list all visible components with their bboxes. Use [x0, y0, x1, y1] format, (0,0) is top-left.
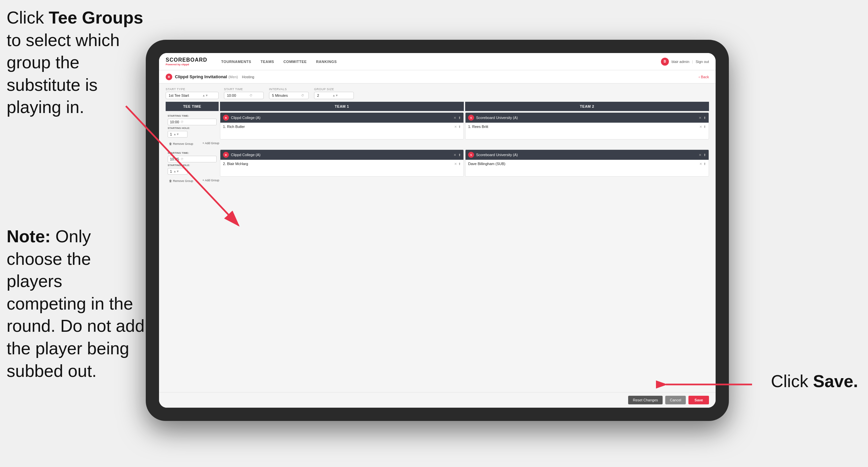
instruction-top: Click Tee Groups to select which group t…	[7, 7, 146, 119]
back-button[interactable]: ‹ Back	[699, 75, 709, 79]
player3-x-icon[interactable]: ✕	[454, 162, 457, 166]
starting-hole-label-1: STARTING HOLE:	[168, 126, 217, 129]
intervals-field: Intervals 5 Minutes ⏱	[269, 88, 309, 99]
group-2-team1-cell: B Clippd College (A) ✕ ⬆ 2. Blair McHarg	[220, 149, 464, 177]
nav-rankings[interactable]: RANKINGS	[312, 58, 341, 66]
config-row: Start Type 1st Tee Start ▲▼ Start Time 1…	[159, 84, 716, 102]
tournament-gender: (Men)	[228, 75, 238, 79]
team1-badge-2: B	[223, 152, 229, 158]
team1-name-2: Clippd College (A)	[231, 153, 452, 157]
team2-header: Team 2	[465, 102, 709, 111]
intervals-label: Intervals	[269, 88, 309, 91]
start-type-arrow-icon: ▲▼	[203, 94, 208, 97]
user-name: blair admin	[672, 60, 689, 64]
team2-x-icon-1[interactable]: ✕	[699, 116, 701, 120]
starting-hole-input-2[interactable]: 1 ▲▼	[168, 168, 187, 175]
starting-time-input-1[interactable]: 10:00 ⏱	[168, 119, 217, 125]
team2-expand-icon-1[interactable]: ⬆	[703, 116, 706, 120]
reset-changes-button[interactable]: Reset Changes	[628, 396, 662, 404]
player1-expand-icon[interactable]: ⬆	[458, 125, 461, 128]
main-content: Start Type 1st Tee Start ▲▼ Start Time 1…	[159, 84, 716, 408]
clock-icon-1: ⏱	[181, 120, 184, 124]
starting-time-label-2: STARTING TIME:	[168, 151, 217, 154]
team1-expand-icon-2[interactable]: ⬆	[458, 153, 461, 157]
add-group-btn-1[interactable]: + Add Group	[203, 142, 219, 145]
start-time-label: Start Time	[224, 88, 264, 91]
nav-teams[interactable]: TEAMS	[256, 58, 278, 66]
group-size-field: Group Size 2 ▲▼	[314, 88, 354, 99]
trash-icon-2: 🗑	[169, 179, 172, 183]
team1-x-icon-1[interactable]: ✕	[454, 116, 456, 120]
start-type-label: Start Type	[166, 88, 219, 91]
logo-powered: Powered by clippd	[166, 63, 207, 66]
team2-name-2: Scoreboard University (A)	[476, 153, 697, 157]
group-2-team2-header[interactable]: S Scoreboard University (A) ✕ ⬆	[465, 150, 709, 160]
group-1-team2-player-1: 1. Rees Britt ✕ ⬆	[465, 123, 709, 130]
user-avatar: B	[661, 58, 669, 66]
group-2-team2-cell: S Scoreboard University (A) ✕ ⬆ Dave Bil…	[465, 149, 709, 177]
group-1-row: STARTING TIME: 10:00 ⏱ STARTING HOLE: 1 …	[166, 112, 709, 140]
tee-time-header: Tee Time	[166, 102, 219, 111]
tablet-screen: SCOREBOARD Powered by clippd TOURNAMENTS…	[159, 53, 716, 408]
click-save-instruction: Click Save.	[771, 371, 858, 391]
group-size-label: Group Size	[314, 88, 354, 91]
starting-hole-label-2: STARTING HOLE:	[168, 164, 217, 167]
starting-time-input-2[interactable]: 10:05 ⏱	[168, 156, 217, 163]
group-2-time-control: STARTING TIME: 10:05 ⏱ STARTING HOLE: 1 …	[166, 149, 219, 177]
group-1-team1-header[interactable]: B Clippd College (A) ✕ ⬆	[220, 113, 464, 123]
group-1-time-control: STARTING TIME: 10:00 ⏱ STARTING HOLE: 1 …	[166, 112, 219, 140]
team1-badge-1: B	[223, 115, 229, 121]
sign-out-link[interactable]: Sign out	[696, 60, 709, 64]
player4-x-icon[interactable]: ✕	[700, 162, 702, 166]
hosting-label: Hosting	[242, 75, 254, 79]
intervals-icon: ⏱	[301, 94, 304, 97]
group-size-select[interactable]: 2 ▲▼	[314, 92, 354, 99]
start-type-field: Start Type 1st Tee Start ▲▼	[166, 88, 219, 99]
start-time-field: Start Time 10:00 ⏱	[224, 88, 264, 99]
player2-x-icon[interactable]: ✕	[700, 125, 702, 128]
group-1-team2-cell: S Scoreboard University (A) ✕ ⬆ 1. Rees …	[465, 112, 709, 140]
tournament-badge: B	[166, 74, 172, 80]
add-group-btn-2[interactable]: + Add Group	[203, 179, 219, 182]
player2-expand-icon[interactable]: ⬆	[703, 125, 706, 128]
intervals-select[interactable]: 5 Minutes ⏱	[269, 92, 309, 99]
team2-badge-2: S	[468, 152, 474, 158]
note-bold: Note:	[7, 227, 51, 246]
player4-expand-icon[interactable]: ⬆	[703, 162, 706, 166]
start-type-select[interactable]: 1st Tee Start ▲▼	[166, 92, 219, 99]
player1-controls-1: ✕ ⬆	[454, 125, 461, 128]
save-bold: Save.	[813, 372, 858, 391]
team2-expand-icon-2[interactable]: ⬆	[703, 153, 706, 157]
start-time-icon: ⏱	[249, 94, 252, 97]
save-button[interactable]: Save	[688, 396, 709, 404]
cancel-button[interactable]: Cancel	[665, 396, 686, 404]
team1-controls-1: ✕ ⬆	[454, 116, 461, 120]
group-2-row: STARTING TIME: 10:05 ⏱ STARTING HOLE: 1 …	[166, 149, 709, 177]
group-1: STARTING TIME: 10:00 ⏱ STARTING HOLE: 1 …	[166, 112, 709, 147]
start-time-select[interactable]: 10:00 ⏱	[224, 92, 264, 99]
starting-time-label-1: STARTING TIME:	[168, 114, 217, 117]
tee-groups-container: Tee Time Team 1 Team 2 STARTING TIME: 10…	[159, 102, 716, 392]
team2-x-icon-2[interactable]: ✕	[699, 153, 701, 157]
tournament-name: Clippd Spring Invitational	[175, 74, 227, 79]
action-bar: Reset Changes Cancel Save	[159, 392, 716, 408]
nav-committee[interactable]: COMMITTEE	[279, 58, 311, 66]
team2-controls-1: ✕ ⬆	[699, 116, 706, 120]
remove-group-btn-2[interactable]: 🗑 Remove Group	[169, 179, 193, 183]
remove-group-btn-1[interactable]: 🗑 Remove Group	[169, 142, 193, 146]
group-1-team2-header[interactable]: S Scoreboard University (A) ✕ ⬆	[465, 113, 709, 123]
player4-controls: ✕ ⬆	[700, 162, 706, 166]
column-headers: Tee Time Team 1 Team 2	[166, 102, 709, 111]
tablet-device: SCOREBOARD Powered by clippd TOURNAMENTS…	[146, 40, 729, 421]
player3-expand-icon[interactable]: ⬆	[458, 162, 461, 166]
nav-tournaments[interactable]: TOURNAMENTS	[217, 58, 255, 66]
starting-hole-input-1[interactable]: 1 ▲▼	[168, 131, 187, 138]
team1-expand-icon-1[interactable]: ⬆	[458, 116, 461, 120]
navbar: SCOREBOARD Powered by clippd TOURNAMENTS…	[159, 53, 716, 70]
group-2-team1-header[interactable]: B Clippd College (A) ✕ ⬆	[220, 150, 464, 160]
hole-arrow-icon-2: ▲▼	[173, 170, 179, 173]
team2-badge-1: S	[468, 115, 474, 121]
group-2-team1-player-1: 2. Blair McHarg ✕ ⬆	[220, 160, 464, 167]
player1-x-icon[interactable]: ✕	[454, 125, 457, 128]
team1-x-icon-2[interactable]: ✕	[454, 153, 456, 157]
